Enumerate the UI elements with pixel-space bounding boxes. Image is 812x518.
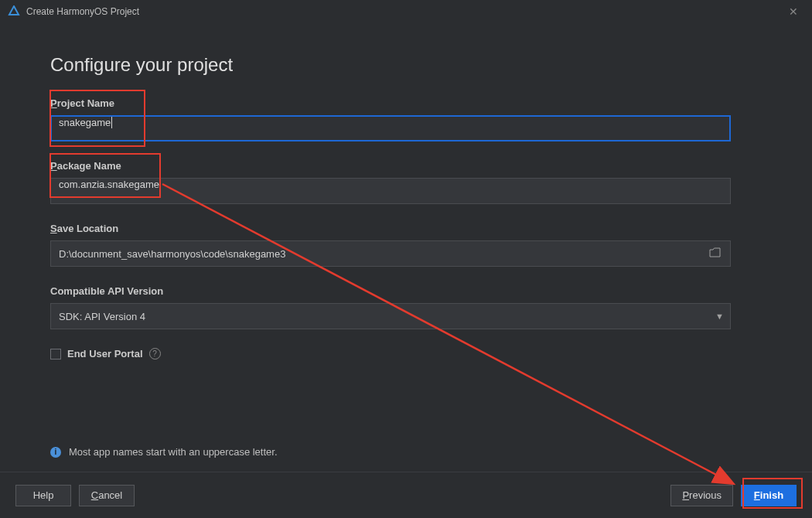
api-version-group: Compatible API Version SDK: API Version … — [50, 285, 762, 329]
package-name-input[interactable]: com.anzia.snakegame — [50, 178, 731, 204]
finish-button[interactable]: Finish — [741, 485, 797, 506]
save-location-label: Save Location — [50, 223, 762, 234]
end-user-portal-checkbox[interactable] — [50, 349, 61, 360]
save-location-group: Save Location D:\docunment_save\harmonyo… — [50, 223, 762, 267]
help-button[interactable]: Help — [15, 485, 71, 506]
chevron-down-icon: ▼ — [715, 312, 724, 321]
page-title: Configure your project — [50, 54, 762, 76]
project-name-group: Project Name snakegame — [50, 97, 762, 141]
window-title: Create HarmonyOS Project — [26, 6, 783, 17]
info-message: Most app names start with an uppercase l… — [69, 446, 278, 458]
api-version-select[interactable]: SDK: API Version 4 ▼ — [50, 303, 731, 329]
previous-button[interactable]: Previous — [670, 485, 733, 506]
content-area: Configure your project Project Name snak… — [0, 23, 812, 472]
cancel-button[interactable]: Cancel — [79, 485, 135, 506]
save-location-input[interactable]: D:\docunment_save\harmonyos\code\snakega… — [50, 240, 731, 267]
project-name-input[interactable]: snakegame — [50, 115, 731, 141]
footer: Help Cancel Previous Finish — [0, 472, 812, 518]
info-row: i Most app names start with an uppercase… — [50, 446, 278, 458]
end-user-portal-label: End User Portal — [67, 348, 143, 360]
project-name-label: Project Name — [50, 97, 762, 109]
text-caret — [111, 117, 112, 128]
close-icon[interactable]: ✕ — [783, 5, 804, 18]
titlebar: Create HarmonyOS Project ✕ — [0, 0, 812, 23]
end-user-portal-row: End User Portal ? — [50, 348, 762, 360]
app-logo-icon — [8, 5, 20, 18]
info-icon: i — [50, 447, 61, 458]
package-name-label: Package Name — [50, 160, 762, 172]
help-icon[interactable]: ? — [149, 348, 161, 360]
package-name-group: Package Name com.anzia.snakegame — [50, 160, 762, 204]
api-version-label: Compatible API Version — [50, 285, 762, 297]
folder-icon[interactable] — [706, 246, 724, 261]
